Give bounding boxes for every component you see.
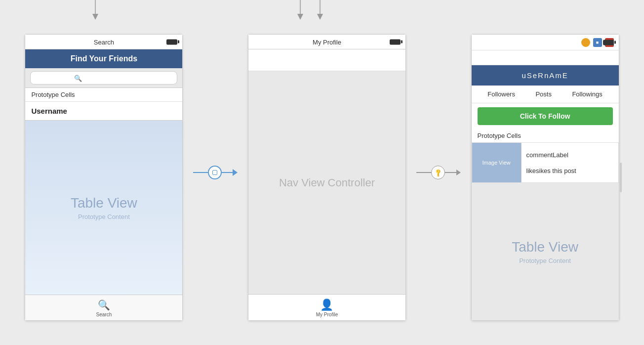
arrow-screen2b — [315, 0, 325, 21]
username-row: Username — [25, 102, 182, 121]
key-icon: 🔑 — [433, 168, 443, 177]
screen2-title-bar: My Profile — [248, 35, 405, 49]
arrow-screen2a — [295, 0, 305, 21]
username-bar: uSeRnAmE — [472, 65, 619, 86]
search-bar-container: 🔍 — [25, 68, 182, 88]
battery-icon-3 — [603, 40, 614, 45]
connector1-line1 — [193, 172, 208, 173]
search-icon: 🔍 — [74, 75, 82, 82]
screen1-title-bar: Search — [25, 35, 182, 49]
likes-label: likesikes this post — [526, 167, 576, 174]
toolbar-orange-icon[interactable] — [581, 38, 590, 47]
svg-marker-3 — [297, 14, 303, 20]
battery-icon — [166, 39, 177, 44]
stats-row: Followers Posts Followings — [472, 86, 619, 103]
image-view-box: Image View — [472, 143, 522, 182]
screen2-title: My Profile — [313, 39, 341, 46]
image-view-label: Image View — [482, 160, 510, 166]
screen2-frame: My Profile Nav View Controller 👤 My Prof… — [248, 34, 406, 321]
posts-label: Posts — [535, 90, 552, 98]
post-row: Image View commentLabel likesikes this p… — [472, 142, 619, 183]
nav-view-label: Nav View Controller — [279, 176, 375, 189]
screen1-frame: Search Find Your Friends 🔍 Prototype Cel… — [25, 34, 183, 321]
search-input[interactable] — [30, 71, 177, 85]
screen2-top-bar — [248, 49, 405, 71]
arrow-screen1 — [90, 0, 100, 21]
scrollbar-indicator — [620, 163, 622, 192]
svg-marker-1 — [92, 14, 98, 20]
table-view-3: Table View Prototype Content — [472, 183, 619, 320]
connector2-line2 — [445, 172, 456, 173]
screen2-bottom-bar: 👤 My Profile — [248, 294, 405, 320]
screen3-topbar: ■ ■ — [472, 35, 619, 50]
screen3-frame: ■ ■ uSeRnAmE Followers Posts Followings … — [471, 34, 619, 321]
connector2: 🔑 — [416, 166, 461, 179]
post-info: commentLabel likesikes this post — [522, 143, 581, 182]
connector2-line1 — [416, 172, 431, 173]
connector2-arrow — [456, 170, 461, 175]
nav-view-body: Nav View Controller — [248, 71, 405, 294]
connector1-square-icon — [212, 170, 217, 175]
connector1-arrow — [233, 169, 238, 176]
screen1-nav-title: Find Your Friends — [71, 54, 137, 63]
table-view-sub-3: Prototype Content — [519, 257, 571, 264]
svg-marker-5 — [317, 14, 323, 20]
my-profile-label: My Profile — [316, 312, 338, 317]
table-view-title-1: Table View — [71, 195, 137, 211]
person-icon: 👤 — [320, 299, 333, 311]
tab-label-1: Search — [96, 312, 112, 317]
prototype-cells-label1: Prototype Cells — [25, 88, 182, 102]
toolbar-blue-icon[interactable]: ■ — [593, 38, 602, 47]
battery-icon-2 — [390, 39, 401, 44]
connector1 — [193, 166, 238, 179]
screen1-nav-bar: Find Your Friends — [25, 49, 182, 68]
connector2-circle: 🔑 — [431, 166, 445, 179]
screen3-nav-bar — [472, 50, 619, 65]
connector1-circle — [208, 166, 222, 179]
followers-label: Followers — [487, 90, 515, 98]
connector1-line2 — [222, 172, 233, 173]
tab-bar-1: 🔍 Search — [25, 295, 182, 320]
search-tab-icon[interactable]: 🔍 — [98, 299, 110, 311]
storyboard-canvas: Search Find Your Friends 🔍 Prototype Cel… — [0, 0, 644, 345]
follow-button[interactable]: Click To Follow — [478, 107, 613, 125]
table-view-1: Table View Prototype Content — [25, 121, 182, 295]
prototype-cells-label3: Prototype Cells — [472, 129, 619, 142]
table-view-title-3: Table View — [512, 239, 578, 255]
comment-label: commentLabel — [526, 151, 576, 159]
table-view-sub-1: Prototype Content — [78, 213, 130, 220]
screen1-title: Search — [94, 39, 114, 46]
followings-label: Followings — [572, 90, 602, 98]
